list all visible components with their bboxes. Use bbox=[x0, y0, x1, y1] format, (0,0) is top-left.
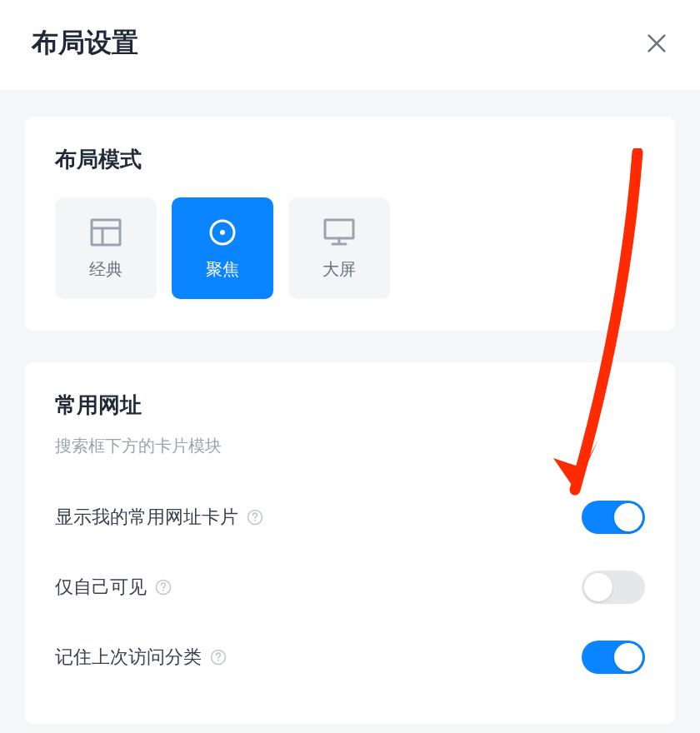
toggle-knob bbox=[614, 503, 642, 531]
setting-row-only-self: 仅自己可见 bbox=[55, 552, 645, 622]
svg-point-15 bbox=[218, 660, 219, 661]
toggle-show-cards[interactable] bbox=[582, 501, 645, 534]
setting-row-show-cards: 显示我的常用网址卡片 bbox=[55, 482, 645, 552]
help-icon[interactable] bbox=[210, 649, 227, 666]
setting-label-wrap: 显示我的常用网址卡片 bbox=[55, 505, 263, 530]
help-icon[interactable] bbox=[155, 579, 172, 596]
layout-option-classic[interactable]: 经典 bbox=[55, 197, 157, 299]
svg-rect-2 bbox=[92, 220, 120, 245]
toggle-only-self[interactable] bbox=[582, 571, 645, 604]
svg-point-6 bbox=[220, 230, 225, 235]
svg-point-11 bbox=[254, 520, 256, 521]
setting-label-wrap: 记住上次访问分类 bbox=[55, 645, 227, 670]
layout-options-group: 经典 聚焦 大屏 bbox=[55, 197, 645, 299]
layout-mode-panel: 布局模式 经典 聚焦 bbox=[25, 117, 675, 331]
setting-label-wrap: 仅自己可见 bbox=[55, 575, 172, 600]
close-button[interactable] bbox=[645, 32, 668, 55]
common-sites-panel: 常用网址 搜索框下方的卡片模块 显示我的常用网址卡片 仅自己可见 bbox=[25, 362, 675, 724]
layout-focus-icon bbox=[208, 217, 238, 248]
layout-option-label: 经典 bbox=[89, 258, 122, 281]
dialog-title: 布局设置 bbox=[32, 25, 138, 62]
layout-widescreen-icon bbox=[322, 217, 356, 248]
svg-point-13 bbox=[162, 590, 164, 591]
setting-label: 仅自己可见 bbox=[55, 575, 147, 600]
toggle-knob bbox=[584, 573, 612, 601]
layout-option-focus[interactable]: 聚焦 bbox=[172, 197, 273, 299]
layout-option-label: 大屏 bbox=[322, 258, 356, 281]
setting-label: 记住上次访问分类 bbox=[55, 645, 202, 670]
help-icon[interactable] bbox=[247, 509, 263, 526]
toggle-knob bbox=[614, 643, 642, 671]
svg-rect-7 bbox=[325, 220, 353, 238]
layout-classic-icon bbox=[90, 217, 122, 248]
setting-label: 显示我的常用网址卡片 bbox=[55, 505, 238, 530]
common-sites-subtitle: 搜索框下方的卡片模块 bbox=[55, 435, 645, 457]
dialog-content: 布局模式 经典 聚焦 bbox=[0, 90, 700, 733]
close-icon bbox=[645, 32, 668, 55]
layout-option-label: 聚焦 bbox=[206, 258, 239, 281]
setting-row-remember-category: 记住上次访问分类 bbox=[55, 622, 645, 692]
layout-mode-title: 布局模式 bbox=[55, 145, 645, 174]
dialog-header: 布局设置 bbox=[0, 0, 700, 90]
layout-option-widescreen[interactable]: 大屏 bbox=[288, 197, 390, 299]
toggle-remember-category[interactable] bbox=[582, 641, 645, 674]
common-sites-title: 常用网址 bbox=[55, 391, 645, 420]
